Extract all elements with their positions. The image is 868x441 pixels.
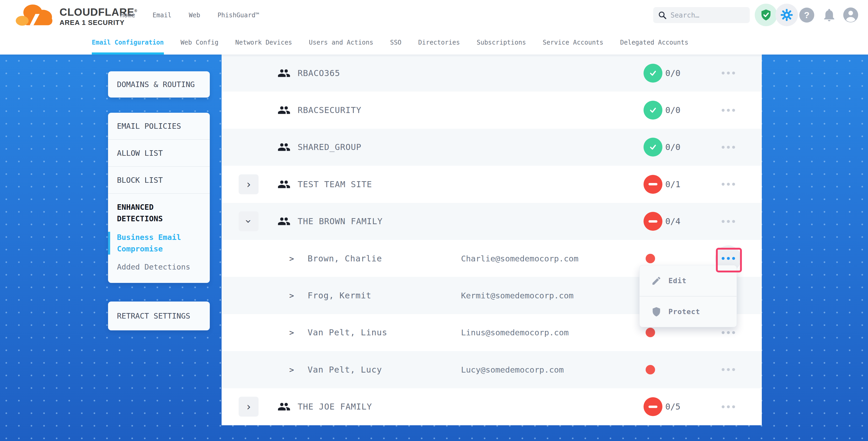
sidebar-heading-enhanced-detections: ENHANCED DETECTIONS bbox=[117, 201, 196, 224]
user-email: Kermit@somedemocorp.com bbox=[461, 291, 574, 300]
search-icon bbox=[658, 11, 667, 20]
chevron-right-icon: › bbox=[245, 179, 252, 190]
app-screen: CLOUDFLARE® AREA 1 SECURITY Home Email W… bbox=[0, 0, 868, 441]
group-name: RBACO365 bbox=[298, 68, 340, 78]
context-menu-label: Protect bbox=[669, 308, 700, 316]
shield-icon bbox=[651, 307, 662, 317]
row-actions-menu-button[interactable] bbox=[715, 208, 741, 234]
table-row: > Van Pelt, Lucy Lucy@somedemocorp.com bbox=[222, 351, 762, 388]
sidebar-item-business-email-compromise[interactable]: Business Email Compromise bbox=[108, 232, 187, 255]
status-ok-badge bbox=[644, 64, 662, 83]
status-blocked-badge bbox=[644, 212, 662, 231]
tab-users-and-actions[interactable]: Users and Actions bbox=[309, 30, 373, 55]
chevron-right-icon: › bbox=[245, 401, 252, 412]
detection-count: 0/1 bbox=[665, 179, 681, 189]
help-glyph: ? bbox=[804, 10, 809, 20]
table-row: SHARED_GROUP 0/0 bbox=[222, 129, 762, 166]
context-menu-item-edit[interactable]: Edit bbox=[640, 265, 737, 296]
sidebar-item-domains-routing[interactable]: DOMAINS & ROUTING bbox=[108, 71, 210, 98]
account-avatar-icon[interactable] bbox=[842, 6, 859, 23]
tab-email-configuration[interactable]: Email Configuration bbox=[92, 30, 164, 55]
group-name: TEST TEAM SITE bbox=[298, 179, 372, 189]
expand-group-button[interactable]: › bbox=[239, 175, 258, 194]
group-name: SHARED_GROUP bbox=[298, 142, 361, 152]
user-name: Van Pelt, Lucy bbox=[308, 365, 382, 375]
sidebar-section-enhanced-detections: ENHANCED DETECTIONS Business Email Compr… bbox=[108, 194, 210, 283]
sidebar-card-policies: EMAIL POLICIES ALLOW LIST BLOCK LIST ENH… bbox=[108, 113, 210, 283]
user-expand-chevron[interactable]: > bbox=[289, 365, 294, 374]
context-menu-label: Edit bbox=[669, 277, 686, 285]
tab-network-devices[interactable]: Network Devices bbox=[235, 30, 292, 55]
tab-delegated-accounts[interactable]: Delegated Accounts bbox=[620, 30, 688, 55]
status-ok-badge bbox=[644, 138, 662, 157]
pencil-icon bbox=[651, 276, 662, 286]
user-expand-chevron[interactable]: > bbox=[289, 291, 294, 300]
row-actions-menu-button[interactable] bbox=[715, 171, 741, 197]
top-header: CLOUDFLARE® AREA 1 SECURITY Home Email W… bbox=[0, 0, 868, 30]
row-actions-menu-button[interactable] bbox=[715, 356, 741, 383]
section-tabbar: Email Configuration Web Config Network D… bbox=[0, 30, 868, 55]
group-icon bbox=[277, 178, 290, 191]
settings-gear-icon[interactable] bbox=[775, 4, 798, 26]
detection-count: 0/0 bbox=[665, 142, 681, 152]
nav-phishguard[interactable]: PhishGuard™ bbox=[217, 11, 259, 19]
row-actions-menu-button[interactable] bbox=[715, 393, 741, 420]
table-row: RBACSECURITY 0/0 bbox=[222, 92, 762, 128]
cloudflare-logo: CLOUDFLARE® AREA 1 SECURITY bbox=[14, 3, 137, 28]
row-actions-menu-button[interactable] bbox=[715, 134, 741, 160]
search-input[interactable] bbox=[671, 11, 741, 19]
tab-directories[interactable]: Directories bbox=[418, 30, 460, 55]
group-icon bbox=[277, 400, 290, 413]
detection-count: 0/0 bbox=[665, 68, 681, 78]
nav-web[interactable]: Web bbox=[189, 11, 200, 19]
group-icon bbox=[277, 215, 290, 228]
tab-service-accounts[interactable]: Service Accounts bbox=[543, 30, 603, 55]
user-name: Brown, Charlie bbox=[308, 254, 382, 263]
status-blocked-badge bbox=[644, 397, 662, 416]
sidebar-item-allow-list[interactable]: ALLOW LIST bbox=[108, 140, 210, 167]
tab-sso[interactable]: SSO bbox=[390, 30, 401, 55]
collapse-group-button[interactable]: › bbox=[239, 211, 258, 231]
group-icon bbox=[277, 103, 290, 117]
group-name: THE JOE FAMILY bbox=[298, 402, 372, 412]
nav-email[interactable]: Email bbox=[153, 11, 172, 19]
status-alert-dot bbox=[646, 328, 655, 337]
group-name: THE BROWN FAMILY bbox=[298, 216, 382, 226]
sidebar-item-email-policies[interactable]: EMAIL POLICIES bbox=[108, 113, 210, 140]
detection-count: 0/4 bbox=[665, 216, 681, 226]
nav-home[interactable]: Home bbox=[120, 11, 135, 19]
sidebar-item-added-detections[interactable]: Added Detections bbox=[117, 261, 201, 273]
tab-web-config[interactable]: Web Config bbox=[181, 30, 219, 55]
user-email: Charlie@somedemocorp.com bbox=[461, 254, 579, 263]
table-row: › THE JOE FAMILY 0/5 bbox=[222, 388, 762, 425]
expand-group-button[interactable]: › bbox=[239, 397, 258, 417]
user-name: Frog, Kermit bbox=[308, 290, 371, 301]
status-blocked-badge bbox=[644, 175, 662, 194]
group-icon bbox=[277, 140, 290, 154]
detection-count: 0/0 bbox=[665, 105, 681, 115]
context-menu-item-protect[interactable]: Protect bbox=[640, 296, 737, 327]
row-actions-menu-button[interactable] bbox=[715, 60, 741, 86]
user-expand-chevron[interactable]: > bbox=[289, 328, 294, 337]
row-actions-menu-button[interactable] bbox=[715, 97, 741, 123]
notifications-bell-icon[interactable] bbox=[821, 6, 838, 23]
tab-subscriptions[interactable]: Subscriptions bbox=[477, 30, 526, 55]
chevron-down-icon: › bbox=[243, 218, 254, 224]
detection-count: 0/5 bbox=[665, 402, 681, 412]
protection-shield-icon[interactable] bbox=[755, 4, 777, 26]
row-context-menu: Edit Protect bbox=[639, 265, 737, 327]
status-alert-dot bbox=[646, 365, 655, 374]
group-name: RBACSECURITY bbox=[298, 105, 361, 115]
help-icon[interactable]: ? bbox=[799, 8, 814, 23]
sidebar-item-retract-settings[interactable]: RETRACT SETTINGS bbox=[108, 302, 210, 330]
sidebar-item-block-list[interactable]: BLOCK LIST bbox=[108, 167, 210, 194]
user-expand-chevron[interactable]: > bbox=[289, 254, 294, 263]
sidebar-card-domains: DOMAINS & ROUTING bbox=[108, 71, 210, 98]
user-email: Linus@somedemocorp.com bbox=[461, 328, 569, 337]
user-email: Lucy@somedemocorp.com bbox=[461, 365, 564, 374]
sidebar-card-retract: RETRACT SETTINGS bbox=[108, 302, 210, 330]
cloudflare-cloud-icon bbox=[14, 3, 56, 28]
group-icon bbox=[277, 67, 290, 80]
search-box[interactable] bbox=[653, 7, 750, 23]
table-row: › THE BROWN FAMILY 0/4 bbox=[222, 203, 762, 240]
